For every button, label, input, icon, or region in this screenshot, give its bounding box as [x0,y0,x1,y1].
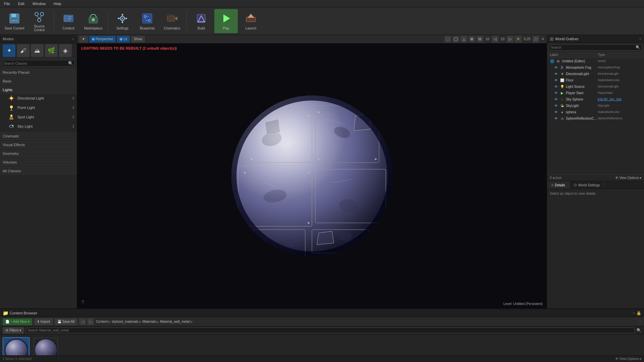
eye-icon-sky-sphere[interactable]: 👁 [554,97,558,102]
snap-val: 0.25 [523,37,531,41]
mode-foliage[interactable]: 🌿 [45,44,58,57]
eye-icon-player-start[interactable]: 👁 [554,90,558,95]
cb-breadcrumb-item-2[interactable]: Materials [143,320,156,323]
cinematics-button[interactable]: Cinematics [160,9,184,33]
settings-button[interactable]: Settings [111,9,134,33]
details-tab[interactable]: ≡ Details [547,181,570,189]
perspective-btn[interactable]: Perspective [89,36,116,43]
cb-expand-icon[interactable]: ⬚ [638,319,641,324]
marketplace-button[interactable]: Marketplace [82,9,105,33]
save-all-button[interactable]: 💾 Save All [55,318,77,325]
eye-icon-floor[interactable]: 👁 [554,78,558,82]
eye-icon-atmo-fog[interactable]: 👁 [554,65,558,70]
eye-icon-sky-light[interactable]: 👁 [554,103,558,108]
actor-row-sphere-reflection[interactable]: 👁 ◎ SphereReflectionCapture SphereReflec… [547,115,644,122]
menu-help[interactable]: Help [52,1,63,6]
point-light-info[interactable]: ℹ [72,105,74,110]
actor-row-sphera[interactable]: 👁 ● sphera StaticMeshActor [547,109,644,115]
eye-icon-light-source[interactable]: 👁 [554,84,558,89]
outliner-search-input[interactable] [551,46,636,49]
col-type-header[interactable]: Type [598,53,641,57]
actor-row-sky-sphere[interactable]: 👁 ○ Sky Sphere Edit BP_Sky_Sph [547,96,644,103]
viewport-help-icon[interactable]: ? [81,300,84,306]
actor-row-player-start[interactable]: 👁 ▶ Player Start PlayerStart [547,90,644,96]
outliner-close[interactable]: × [639,37,641,41]
spot-light-item[interactable]: Spot Light ℹ [0,112,77,122]
sky-light-info[interactable]: ℹ [72,124,74,129]
cb-icon: 📁 [3,310,8,316]
actor-row-dir-light[interactable]: 👁 ☀ DirectionalLight DirectionalLight [547,71,644,77]
build-button[interactable]: Build [190,9,213,33]
cb-filters-button[interactable]: ⚙ Filters ▾ [3,327,24,334]
launch-button[interactable]: Launch [239,9,263,33]
sky-light-item[interactable]: Sky Light ℹ [0,122,77,131]
actor-row-floor[interactable]: 👁 ⬜ Floor StaticMeshActor [547,77,644,83]
mode-geometry[interactable]: ◈ [59,44,72,57]
cb-breadcrumb-item-1[interactable]: stylized_materials [112,320,138,323]
menu-file[interactable]: File [3,1,11,6]
asset-item-0[interactable]: M_wall_metal [3,337,30,355]
volumes-header[interactable]: Volumes [0,159,77,166]
mode-paint[interactable]: 🖌 [17,44,30,57]
camera-speed-btn[interactable]: 🎥 [533,36,539,43]
cinematic-header[interactable]: Cinematic [0,132,77,140]
vp-icon-light[interactable]: ☀ [515,36,522,43]
import-button[interactable]: ⬇ Import [34,318,53,325]
point-light-item[interactable]: Point Light ℹ [0,103,77,112]
cb-back-button[interactable]: ◁ [79,318,86,325]
blueprints-button[interactable]: Blueprints [136,9,159,33]
vp-angle-inc[interactable]: ▷ [507,36,514,43]
cb-breadcrumb-item-3[interactable]: Material_wall_metal [160,320,190,323]
actor-row-atmo-fog[interactable]: 👁 🌫 Atmospheric Fog AtmosphericFog [547,64,644,71]
search-classes-input[interactable] [4,62,68,65]
directional-light-item[interactable]: Directional Light ℹ [0,94,77,103]
vp-icon-5[interactable]: ⊟ [477,36,483,43]
mode-placement[interactable]: ✦ [3,44,15,57]
lit-btn[interactable]: Lit [117,36,130,43]
eye-icon-sphera[interactable]: 👁 [554,110,558,114]
actor-type-sky-sphere[interactable]: Edit BP_Sky_Sph [598,98,641,101]
cb-search-input[interactable] [26,327,635,333]
directional-light-info[interactable]: ℹ [72,96,74,101]
recently-placed-header[interactable]: Recently Placed [0,69,77,76]
eye-icon-sphere-reflection[interactable]: 👁 [554,116,558,121]
visual-effects-header[interactable]: Visual Effects [0,141,77,148]
eye-icon-dir-light[interactable]: 👁 [554,71,558,76]
actor-row-world[interactable]: 🌐 ⊞ Untitled (Editor) World [547,58,644,64]
modes-close[interactable]: × [72,37,74,41]
spot-light-info[interactable]: ℹ [72,115,74,119]
add-new-button[interactable]: 📄 + Add New ▾ [3,318,32,325]
cb-lock-icon[interactable]: 🔒 [636,311,641,315]
content-button[interactable]: Content [57,9,80,33]
source-control-button[interactable]: Source Control [28,9,51,33]
asset-item-1[interactable]: M_wall_metal _Inst [32,337,59,355]
save-current-button[interactable]: SAVE Save Current [3,9,26,33]
actor-row-sky-light[interactable]: 👁 🌤 SkyLight SkyLight [547,103,644,109]
cinematics-icon [165,12,179,25]
menu-edit[interactable]: Edit [17,1,26,6]
play-button[interactable]: Play [214,9,238,33]
world-settings-tab[interactable]: ⊙ World Settings [570,181,604,189]
all-classes-header[interactable]: All Classes [0,167,77,175]
vp-icon-2[interactable]: ◯ [452,36,459,43]
actor-count: 9 actors [550,176,562,180]
vp-icon-4[interactable]: ⊞ [469,36,475,43]
cb-forward-button[interactable]: ▷ [87,318,94,325]
vp-angle-dec[interactable]: ◁ [492,36,498,43]
vp-icon-3[interactable]: △ [461,36,467,43]
col-label-header[interactable]: Label [550,53,598,57]
viewport-dropdown-btn[interactable]: ▼ [79,36,88,43]
lights-header[interactable]: Lights [0,86,77,94]
outliner-view-options[interactable]: 👁 View Options ▾ [615,176,641,180]
geometry-header[interactable]: Geometry [0,150,77,157]
actor-row-light-source[interactable]: 👁 💡 Light Source DirectionalLight [547,83,644,90]
cb-tab-close[interactable]: × [633,311,635,315]
menu-window[interactable]: Window [31,1,47,6]
mode-landscape[interactable]: ⛰ [31,44,44,57]
viewport-canvas[interactable]: LIGHTING NEEDS TO BE REBUILT (2 unbuilt … [77,44,547,308]
show-btn[interactable]: Show [131,36,145,43]
basic-header[interactable]: Basic [0,77,77,85]
vp-icon-1[interactable]: ⬚ [444,36,451,43]
cb-view-options-btn[interactable]: 👁 View Options ▾ [615,357,641,361]
cb-breadcrumb-item-0[interactable]: Content [96,320,108,323]
